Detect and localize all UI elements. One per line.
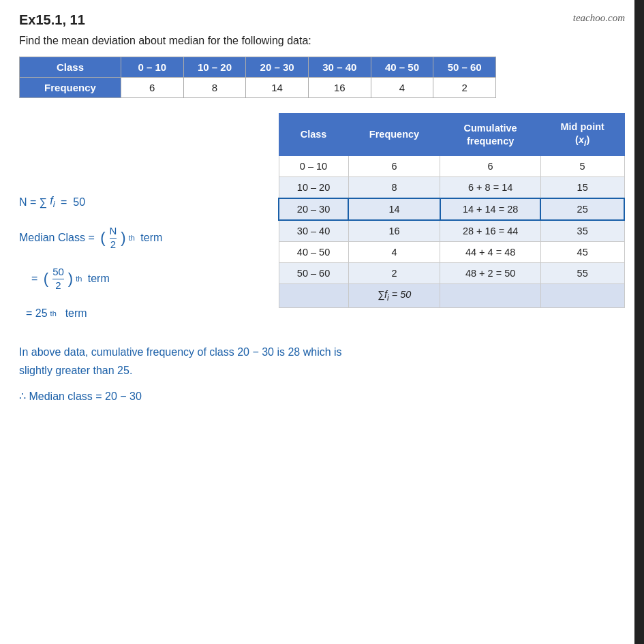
t2-class-50-60: 50 – 60 — [279, 263, 348, 284]
brand-logo: teachoo.com — [573, 12, 625, 24]
median-class-formula-line1: Median Class = ( N 2 ) th term — [19, 226, 278, 250]
t2-class-10-20: 10 – 20 — [279, 177, 348, 199]
paren-open2: ( — [44, 270, 48, 288]
t2-mid-10-20: 15 — [540, 177, 624, 199]
t2-mid-0-10: 5 — [540, 156, 624, 177]
superscript-th-1: th — [129, 234, 135, 242]
t2-mid-20-30: 25 — [540, 198, 624, 220]
median-class-step2: = ( 50 2 ) th term — [31, 266, 278, 291]
right-border-decoration — [634, 0, 644, 644]
t2-total-mid — [540, 284, 624, 308]
median-class-label: Median Class = — [19, 232, 97, 244]
table1-container: Class 0 – 10 10 – 20 20 – 30 30 – 40 40 … — [19, 57, 625, 98]
total-row: ∑fi = 50 — [279, 284, 624, 308]
t2-class-30-40: 30 – 40 — [279, 220, 348, 242]
freq-50-60: 2 — [433, 78, 496, 98]
t2-class-20-30: 20 – 30 — [279, 198, 348, 220]
t2-mid-50-60: 55 — [540, 263, 624, 284]
table-row: 40 – 50 4 44 + 4 = 48 45 — [279, 242, 624, 263]
t2-total-cum — [440, 284, 540, 308]
conclusion-section: In above data, cumulative frequency of c… — [19, 343, 625, 405]
col-10-20: 10 – 20 — [183, 57, 246, 78]
t2-col-cumfreq: Cumulativefrequency — [440, 114, 540, 156]
fraction-50-2: 50 2 — [52, 266, 64, 291]
t2-total-empty-class — [279, 284, 348, 308]
term-label-1: term — [138, 232, 162, 244]
median-class-result: ∴ Median class = 20 − 30 — [19, 390, 142, 402]
t2-mid-30-40: 35 — [540, 220, 624, 242]
t2-freq-50-60: 2 — [348, 263, 440, 284]
table-row: 50 – 60 2 48 + 2 = 50 55 — [279, 263, 624, 284]
freq-40-50: 4 — [371, 78, 433, 98]
superscript-th-2: th — [76, 275, 82, 283]
data-table-1: Class 0 – 10 10 – 20 20 – 30 30 – 40 40 … — [19, 57, 496, 98]
equals-sign-3: = 25 — [26, 307, 48, 320]
t2-total-freq: ∑fi = 50 — [348, 284, 440, 308]
t2-col-freq: Frequency — [348, 114, 440, 156]
table2-section: Class Frequency Cumulativefrequency Mid … — [278, 113, 625, 308]
freq-0-10: 6 — [121, 78, 183, 98]
t2-freq-0-10: 6 — [348, 156, 440, 177]
freq-20-30: 14 — [246, 78, 309, 98]
n-label: N = ∑ — [19, 196, 47, 209]
n-fi: fi — [50, 195, 55, 209]
median-class-step3: = 25 th term — [26, 307, 278, 320]
table-row: 10 – 20 8 6 + 8 = 14 15 — [279, 177, 624, 199]
t2-cum-0-10: 6 — [440, 156, 540, 177]
t2-class-40-50: 40 – 50 — [279, 242, 348, 263]
freq-label: Frequency — [20, 78, 121, 98]
col-30-40: 30 – 40 — [308, 57, 371, 78]
t2-class-0-10: 0 – 10 — [279, 156, 348, 177]
exercise-title: Ex15.1, 11 — [19, 12, 85, 28]
term-label-2: term — [85, 273, 109, 285]
table-row: 30 – 40 16 28 + 16 = 44 35 — [279, 220, 624, 242]
freq-30-40: 16 — [308, 78, 371, 98]
t2-cum-40-50: 44 + 4 = 48 — [440, 242, 540, 263]
table1-header-row: Class 0 – 10 10 – 20 20 – 30 30 – 40 40 … — [20, 57, 496, 78]
conclusion-line2: slightly greater than 25. — [19, 361, 625, 380]
n-formula: N = ∑ fi = 50 — [19, 195, 278, 209]
t2-cum-30-40: 28 + 16 = 44 — [440, 220, 540, 242]
paren-close2: ) — [68, 270, 73, 288]
term-label-3: term — [59, 307, 87, 320]
t2-cum-10-20: 6 + 8 = 14 — [440, 177, 540, 199]
freq-10-20: 8 — [183, 78, 246, 98]
superscript-th-3: th — [50, 309, 57, 318]
table2-header-row: Class Frequency Cumulativefrequency Mid … — [279, 114, 624, 156]
main-content-area: N = ∑ fi = 50 Median Class = ( N 2 ) th … — [19, 113, 625, 326]
highlighted-row: 20 – 30 14 14 + 14 = 28 25 — [279, 198, 624, 220]
t2-freq-40-50: 4 — [348, 242, 440, 263]
paren-close1: ) — [121, 229, 125, 247]
col-40-50: 40 – 50 — [371, 57, 433, 78]
formulas-section: N = ∑ fi = 50 Median Class = ( N 2 ) th … — [19, 113, 278, 326]
t2-freq-10-20: 8 — [348, 177, 440, 199]
conclusion-line3: ∴ Median class = 20 − 30 — [19, 387, 625, 405]
t2-col-class: Class — [279, 114, 348, 156]
t2-col-midpoint: Mid point(xi) — [540, 114, 624, 156]
fraction-N-2: N 2 — [110, 226, 117, 250]
page-header: Ex15.1, 11 teachoo.com — [19, 12, 625, 28]
table-row: 0 – 10 6 6 5 — [279, 156, 624, 177]
col-20-30: 20 – 30 — [246, 57, 309, 78]
conclusion-line1: In above data, cumulative frequency of c… — [19, 343, 625, 361]
col-50-60: 50 – 60 — [433, 57, 496, 78]
data-table-2: Class Frequency Cumulativefrequency Mid … — [278, 113, 625, 308]
table1-freq-row: Frequency 6 8 14 16 4 2 — [20, 78, 496, 98]
t2-freq-20-30: 14 — [348, 198, 440, 220]
n-equals: = 50 — [58, 196, 85, 209]
t2-cum-20-30: 14 + 14 = 28 — [440, 198, 540, 220]
equals-sign-2: = — [31, 273, 41, 285]
question-text: Find the mean deviation about median for… — [19, 35, 625, 47]
t2-cum-50-60: 48 + 2 = 50 — [440, 263, 540, 284]
col-class-header: Class — [20, 57, 121, 78]
paren-open1: ( — [100, 229, 105, 247]
t2-mid-40-50: 45 — [540, 242, 624, 263]
col-0-10: 0 – 10 — [121, 57, 183, 78]
t2-freq-30-40: 16 — [348, 220, 440, 242]
